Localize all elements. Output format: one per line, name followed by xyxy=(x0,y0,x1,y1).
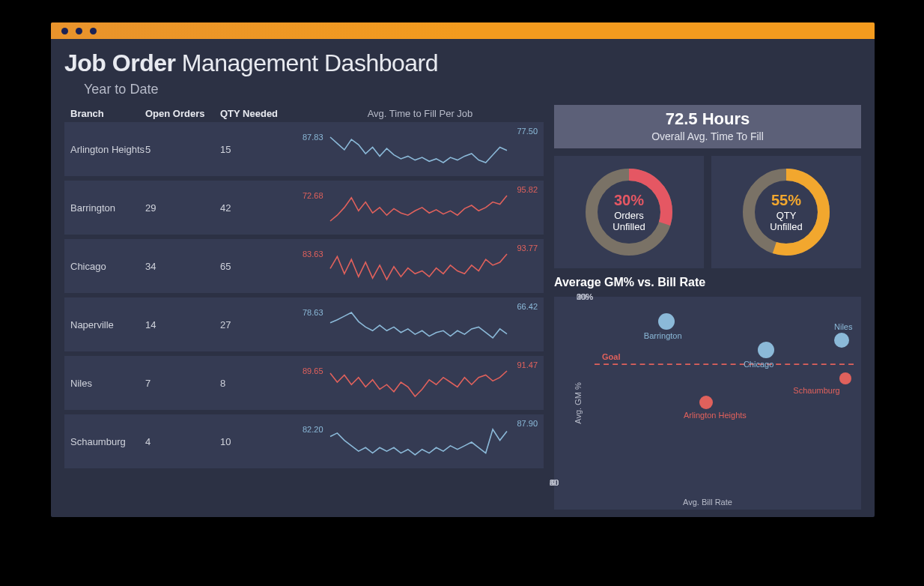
col-header-spark: Avg. Time to Fill Per Job xyxy=(303,108,538,119)
scatter-point-arlington-heights[interactable] xyxy=(699,396,713,409)
scatter-point-label: Barrington xyxy=(644,331,682,340)
scatter-point-label: Niles xyxy=(834,322,852,331)
sparkline-arlington-heights: 87.8377.50 xyxy=(303,127,538,172)
cell-branch: Chicago xyxy=(70,261,145,272)
scatter-point-label: Arlington Heights xyxy=(684,411,747,420)
goal-label: Goal xyxy=(602,352,620,361)
col-header-qty: QTY Needed xyxy=(220,108,303,119)
branch-table: Branch Open Orders QTY Needed Avg. Time … xyxy=(64,105,544,510)
donut-row: 30%OrdersUnfilled55%QTYUnfilled xyxy=(554,156,861,268)
dashboard-window: Job Order Management Dashboard Year to D… xyxy=(51,22,875,517)
cell-qty-needed: 42 xyxy=(220,202,303,214)
sparkline-schaumburg: 82.2087.90 xyxy=(303,419,538,464)
scatter-title: Average GM% vs. Bill Rate xyxy=(554,276,861,289)
table-body: Arlington Heights51587.8377.50Barrington… xyxy=(64,122,544,473)
cell-branch: Naperville xyxy=(70,319,145,330)
table-row[interactable]: Naperville142778.6366.42 xyxy=(64,297,544,351)
cell-qty-needed: 27 xyxy=(220,319,303,330)
page-subtitle: Year to Date xyxy=(84,82,861,97)
kpi-hours-value: 72.5 Hours xyxy=(554,109,861,129)
cell-open-orders: 14 xyxy=(145,319,220,330)
cell-open-orders: 7 xyxy=(145,378,220,389)
scatter-plot-area: GoalBarringtonArlington HeightsChicagoNi… xyxy=(595,307,854,474)
sparkline-niles: 89.6591.47 xyxy=(303,360,538,405)
cell-open-orders: 29 xyxy=(145,202,220,214)
table-row[interactable]: Arlington Heights51587.8377.50 xyxy=(64,122,544,176)
donut-center: 55%QTYUnfilled xyxy=(770,192,802,233)
table-row[interactable]: Niles7889.6591.47 xyxy=(64,356,544,410)
right-panel: 72.5 Hours Overall Avg. Time To Fill 30%… xyxy=(554,105,861,510)
page-title-rest: Management Dashboard xyxy=(175,49,438,76)
donut-pct: 30% xyxy=(613,192,645,209)
cell-branch: Niles xyxy=(70,378,145,389)
cell-branch: Schaumburg xyxy=(70,436,145,447)
window-titlebar xyxy=(51,22,875,39)
scatter-point-chicago[interactable] xyxy=(758,342,774,358)
cell-branch: Barrington xyxy=(70,202,145,214)
cell-open-orders: 4 xyxy=(145,436,220,447)
scatter-x-axis-label: Avg. Bill Rate xyxy=(683,498,732,507)
sparkline-barrington: 72.6895.82 xyxy=(303,185,538,230)
table-row[interactable]: Barrington294272.6895.82 xyxy=(64,181,544,235)
dashboard-main: Branch Open Orders QTY Needed Avg. Time … xyxy=(64,105,861,510)
donut-label: OrdersUnfilled xyxy=(613,211,645,233)
kpi-banner: 72.5 Hours Overall Avg. Time To Fill xyxy=(554,105,861,148)
table-row[interactable]: Chicago346583.6393.77 xyxy=(64,239,544,293)
scatter-chart: Avg. GM % Avg. Bill Rate GoalBarringtonA… xyxy=(554,297,861,510)
cell-qty-needed: 10 xyxy=(220,436,303,447)
donut-label: QTYUnfilled xyxy=(770,211,802,233)
page-title: Job Order Management Dashboard xyxy=(64,49,861,77)
cell-branch: Arlington Heights xyxy=(70,144,145,155)
kpi-hours-label: Overall Avg. Time To Fill xyxy=(554,130,861,142)
scatter-y-axis-label: Avg. GM % xyxy=(574,382,583,423)
page-title-bold: Job Order xyxy=(64,49,175,76)
sparkline-naperville: 78.6366.42 xyxy=(303,302,538,347)
cell-qty-needed: 65 xyxy=(220,261,303,272)
cell-qty-needed: 15 xyxy=(220,144,303,155)
donut-card: 30%OrdersUnfilled xyxy=(554,156,704,268)
dashboard-content: Job Order Management Dashboard Year to D… xyxy=(51,39,875,517)
col-header-open: Open Orders xyxy=(145,108,220,119)
table-header: Branch Open Orders QTY Needed Avg. Time … xyxy=(64,105,544,122)
window-dot-icon[interactable] xyxy=(61,28,68,34)
scatter-point-barrington[interactable] xyxy=(658,313,675,330)
table-row[interactable]: Schaumburg41082.2087.90 xyxy=(64,414,544,468)
window-dot-icon[interactable] xyxy=(76,28,82,34)
cell-qty-needed: 8 xyxy=(220,378,303,389)
scatter-point-label: Chicago xyxy=(744,360,773,369)
cell-open-orders: 34 xyxy=(145,261,220,272)
donut-pct: 55% xyxy=(770,192,802,209)
cell-open-orders: 5 xyxy=(145,144,220,155)
window-dot-icon[interactable] xyxy=(90,28,97,34)
scatter-y-tick: 30% xyxy=(577,292,593,301)
scatter-point-label: Schaumburg xyxy=(793,386,839,395)
col-header-branch: Branch xyxy=(70,108,145,119)
donut-card: 55%QTYUnfilled xyxy=(711,156,861,268)
donut-center: 30%OrdersUnfilled xyxy=(613,192,645,233)
sparkline-chicago: 83.6393.77 xyxy=(303,244,538,289)
scatter-x-tick: 60 xyxy=(550,478,559,487)
